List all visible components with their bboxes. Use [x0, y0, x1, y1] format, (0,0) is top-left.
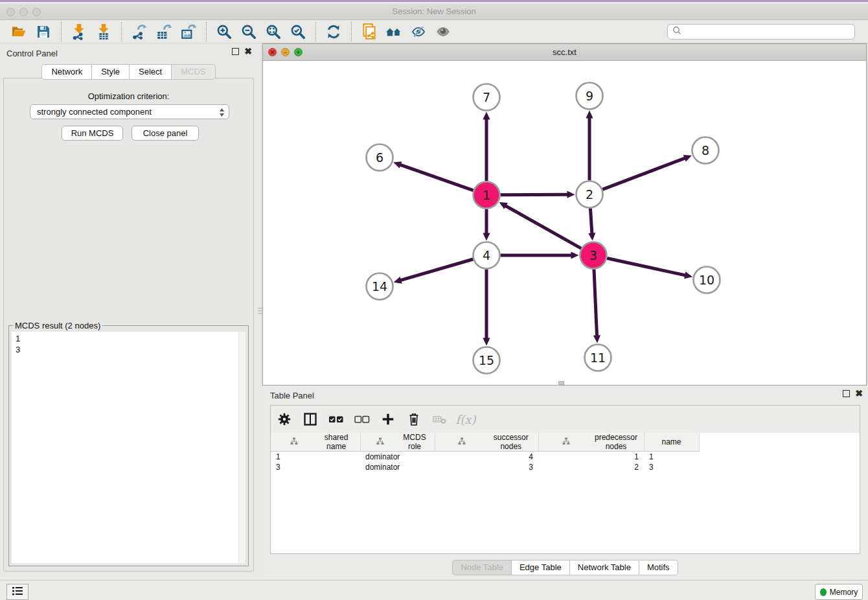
network-canvas[interactable]: 7968124314101511	[263, 61, 866, 385]
export-image-icon[interactable]	[176, 21, 201, 42]
table-cell[interactable]: dominator	[360, 452, 435, 462]
mcds-result-scrollbar[interactable]	[238, 332, 246, 563]
network-window-titlebar: ✕ − + scc.txt	[263, 44, 866, 61]
table-cell[interactable]: 3	[271, 462, 360, 472]
graph-edge-3-11[interactable]	[594, 269, 597, 336]
delete-row-icon[interactable]	[405, 411, 422, 428]
deselect-all-icon[interactable]	[354, 411, 371, 428]
settings-gear-icon[interactable]	[276, 411, 293, 428]
graph-edge-arrowhead	[483, 338, 490, 346]
task-history-button[interactable]	[6, 584, 29, 600]
search-icon	[672, 25, 682, 38]
tab-network-table[interactable]: Network Table	[569, 560, 639, 575]
open-file-icon[interactable]	[6, 21, 31, 42]
tab-motifs[interactable]: Motifs	[639, 560, 678, 575]
select-stepper-icon	[219, 108, 225, 119]
home-layout-icon[interactable]	[382, 21, 406, 42]
zoom-out-icon[interactable]	[236, 21, 261, 42]
graph-edge-3-1[interactable]	[505, 205, 581, 248]
column-header-successor-nodes[interactable]: successor nodes	[435, 433, 538, 452]
column-tree-icon	[363, 437, 398, 447]
graph-edge-3-10[interactable]	[607, 259, 686, 276]
table-cell[interactable]: 1	[538, 452, 644, 462]
graph-node-label-2: 2	[586, 187, 593, 202]
table-cell[interactable]: 4	[435, 452, 538, 462]
table-cell[interactable]: 1	[271, 452, 360, 462]
tab-network[interactable]: Network	[41, 64, 91, 80]
graph-edge-arrowhead	[483, 233, 490, 241]
column-header-MCDS-role[interactable]: MCDS role	[360, 433, 435, 452]
column-header-name[interactable]: name	[644, 433, 699, 452]
refresh-icon[interactable]	[321, 21, 346, 42]
memory-status-icon	[820, 588, 827, 596]
toolbar-separator	[351, 22, 352, 41]
zoom-fit-icon[interactable]	[261, 21, 286, 42]
run-mcds-button[interactable]: Run MCDS	[62, 126, 123, 141]
toolbar-separator	[61, 22, 62, 41]
graph-edge-arrowhead	[567, 191, 575, 198]
mcds-result-area[interactable]: 1 3	[12, 332, 246, 563]
import-network-icon[interactable]	[67, 21, 91, 42]
status-bar: Memory	[0, 580, 868, 600]
table-cell[interactable]: 1	[644, 452, 699, 462]
zoom-selected-icon[interactable]	[286, 21, 310, 42]
table-row[interactable]: 3dominator323	[271, 462, 860, 472]
toggle-columns-icon[interactable]	[302, 411, 319, 428]
function-builder-icon: f(x)	[457, 411, 474, 428]
column-header-predecessor-nodes[interactable]: predecessor nodes	[538, 433, 644, 452]
column-tree-icon	[273, 437, 315, 447]
panel-divider-grip[interactable]	[258, 304, 262, 318]
select-all-icon[interactable]	[328, 411, 345, 428]
tab-select[interactable]: Select	[129, 64, 171, 80]
float-panel-icon[interactable]	[232, 48, 239, 55]
tab-edge-table[interactable]: Edge Table	[511, 560, 569, 575]
graph-edge-arrowhead	[586, 111, 593, 119]
search-field[interactable]	[667, 24, 855, 40]
node-table-container: f(x) shared nameMCDS rolesuccessor nodes…	[270, 405, 860, 554]
show-graphics-details-icon[interactable]	[431, 21, 455, 42]
graph-node-label-11: 11	[590, 351, 606, 365]
mcds-result-title: MCDS result (2 nodes)	[13, 321, 102, 330]
import-table-icon[interactable]	[91, 21, 116, 42]
add-column-icon[interactable]	[380, 411, 396, 428]
search-input[interactable]	[682, 26, 851, 38]
save-session-icon[interactable]	[31, 21, 56, 42]
column-tree-icon	[542, 437, 591, 447]
graph-node-label-10: 10	[699, 273, 714, 287]
horizontal-divider-grip[interactable]	[558, 381, 564, 385]
table-cell[interactable]: 3	[644, 462, 699, 472]
graph-edge-arrowhead	[394, 277, 402, 284]
hide-graphics-details-icon[interactable]	[406, 21, 431, 42]
application-window: Session: New Session	[0, 0, 868, 600]
graph-edge-4-14[interactable]	[400, 259, 473, 281]
delete-column-icon	[431, 411, 448, 428]
tab-node-table[interactable]: Node Table	[452, 560, 511, 575]
graph-edge-1-6[interactable]	[400, 165, 474, 190]
copy-network-icon[interactable]	[357, 21, 382, 42]
network-graph[interactable]: 7968124314101511	[263, 61, 866, 385]
table-cell[interactable]: dominator	[360, 462, 435, 472]
export-network-icon[interactable]	[127, 21, 152, 42]
float-panel-icon[interactable]	[843, 390, 850, 397]
graph-edge-arrowhead	[571, 251, 579, 259]
export-table-icon[interactable]	[152, 21, 176, 42]
column-header-shared-name[interactable]: shared name	[271, 433, 360, 452]
table-cell[interactable]: 2	[538, 462, 644, 472]
memory-button[interactable]: Memory	[815, 584, 863, 600]
graph-edge-2-3[interactable]	[590, 208, 592, 234]
table-cell[interactable]: 3	[435, 462, 538, 472]
graph-node-label-7: 7	[483, 90, 490, 104]
tab-style[interactable]: Style	[91, 64, 129, 80]
graph-edge-2-8[interactable]	[602, 158, 686, 190]
close-panel-icon[interactable]: ✖	[855, 390, 863, 397]
zoom-in-icon[interactable]	[212, 21, 236, 42]
close-panel-icon[interactable]: ✖	[244, 48, 252, 55]
table-row[interactable]: 1dominator411	[271, 452, 860, 462]
tab-mcds[interactable]: MCDS	[171, 64, 215, 80]
mcds-result-text: 1 3	[12, 332, 246, 355]
graph-edge-arrowhead	[593, 335, 600, 343]
optimization-criterion-select[interactable]: strongly connected component	[30, 104, 229, 119]
close-panel-button[interactable]: Close panel	[131, 126, 199, 141]
graph-edge-1-2[interactable]	[500, 194, 568, 195]
graph-node-label-14: 14	[372, 279, 387, 294]
